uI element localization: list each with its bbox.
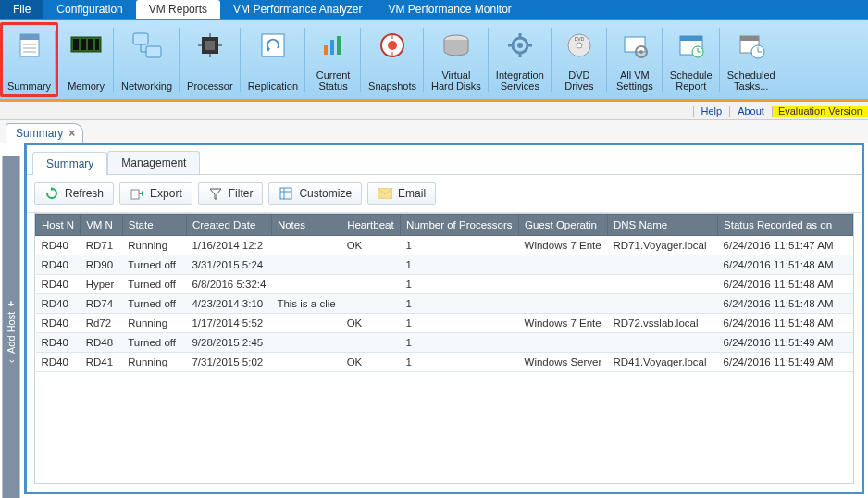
ribbon-networking[interactable]: Networking xyxy=(114,22,180,97)
table-row[interactable]: RD40HyperTurned off6/8/2016 5:32:416/24/… xyxy=(36,275,853,294)
cell-created: 6/8/2016 5:32:4 xyxy=(186,275,271,294)
cell-dns xyxy=(607,275,717,294)
ribbon-summary[interactable]: Summary xyxy=(0,22,58,97)
svg-rect-10 xyxy=(133,33,148,44)
subtab-summary[interactable]: Summary xyxy=(32,152,107,175)
svg-rect-1 xyxy=(20,34,39,40)
svg-rect-22 xyxy=(337,36,341,55)
help-link[interactable]: Help xyxy=(693,106,730,117)
about-link[interactable]: About xyxy=(729,106,772,117)
add-host-sidebar[interactable]: ‹ Add Host + xyxy=(2,156,20,498)
cell-notes xyxy=(271,333,341,353)
svg-point-29 xyxy=(517,43,523,48)
col-created[interactable]: Created Date xyxy=(186,215,271,236)
plus-icon: + xyxy=(8,298,14,309)
table-row[interactable]: RD40RD74Turned off4/23/2014 3:10This is … xyxy=(36,294,853,314)
filter-button[interactable]: Filter xyxy=(198,182,264,205)
cell-procs: 1 xyxy=(401,275,519,294)
svg-point-39 xyxy=(639,50,643,54)
col-dns[interactable]: DNS Name xyxy=(607,215,717,236)
cell-procs: 1 xyxy=(401,314,519,333)
close-icon[interactable]: × xyxy=(68,127,75,140)
export-label: Export xyxy=(150,187,182,200)
customize-icon xyxy=(279,186,293,201)
toolbar: Refresh Export Filter Customize Email xyxy=(27,175,862,213)
cell-vm: Rd72 xyxy=(81,314,123,333)
col-status-time[interactable]: Status Recorded as on xyxy=(718,215,853,236)
email-button[interactable]: Email xyxy=(367,182,436,205)
table-row[interactable]: RD40Rd72Running1/17/2014 5:52OK1Windows … xyxy=(36,314,853,333)
table-row[interactable]: RD40RD48Turned off9/28/2015 2:4516/24/20… xyxy=(36,333,853,353)
cell-status: 6/24/2016 11:51:47 AM xyxy=(718,236,853,255)
disk-icon xyxy=(440,30,472,61)
cell-state: Running xyxy=(122,353,186,372)
customize-button[interactable]: Customize xyxy=(268,182,362,205)
export-icon xyxy=(130,186,144,201)
ribbon: Summary Memory Networking Processor Repl… xyxy=(0,20,868,102)
ribbon-snapshots[interactable]: Snapshots xyxy=(361,22,424,97)
svg-rect-41 xyxy=(680,36,702,41)
ribbon-current-status[interactable]: Current Status xyxy=(305,22,361,97)
svg-rect-21 xyxy=(330,40,334,55)
cell-created: 1/16/2014 12:2 xyxy=(186,236,271,255)
col-state[interactable]: State xyxy=(122,215,186,236)
ribbon-processor[interactable]: Processor xyxy=(180,22,241,97)
cell-state: Turned off xyxy=(122,255,186,275)
cell-procs: 1 xyxy=(401,236,519,255)
svg-point-35 xyxy=(577,43,582,48)
subtab-management[interactable]: Management xyxy=(107,151,200,174)
cell-dns xyxy=(607,255,717,275)
ribbon-all-vm-settings[interactable]: All VM Settings xyxy=(607,22,663,97)
svg-text:DVD: DVD xyxy=(575,36,585,42)
menu-vm-performance-monitor[interactable]: VM Performance Monitor xyxy=(375,0,524,19)
cell-heartbeat: OK xyxy=(341,236,401,255)
filter-icon xyxy=(208,186,223,201)
ribbon-scheduled-tasks[interactable]: Scheduled Tasks... xyxy=(720,22,783,97)
cell-state: Turned off xyxy=(122,294,186,314)
export-button[interactable]: Export xyxy=(119,182,192,205)
col-guest-os[interactable]: Guest Operatin xyxy=(519,215,608,236)
menu-vm-reports[interactable]: VM Reports xyxy=(136,0,220,19)
svg-marker-52 xyxy=(142,191,143,196)
svg-rect-37 xyxy=(625,37,645,52)
svg-rect-7 xyxy=(81,39,86,50)
ribbon-schedule-report[interactable]: Schedule Report xyxy=(663,22,720,97)
cell-guest: Windows 7 Ente xyxy=(519,236,608,255)
col-notes[interactable]: Notes xyxy=(271,215,341,236)
refresh-button[interactable]: Refresh xyxy=(34,182,114,205)
ribbon-dvd-drives[interactable]: DVD DVD Drives xyxy=(552,22,607,97)
cell-dns xyxy=(607,294,717,314)
table-row[interactable]: RD40RD41Running7/31/2015 5:02OK1Windows … xyxy=(36,353,853,372)
table-row[interactable]: RD40RD71Running1/16/2014 12:2OK1Windows … xyxy=(36,236,853,255)
subtab-strip: Summary Management xyxy=(27,145,862,175)
cell-state: Running xyxy=(122,236,186,255)
data-grid[interactable]: Host N VM N State Created Date Notes Hea… xyxy=(34,213,854,484)
col-host[interactable]: Host N xyxy=(36,215,81,236)
tab-strip: Summary × xyxy=(0,120,868,143)
menu-vm-performance-analyzer[interactable]: VM Performance Analyzer xyxy=(220,0,375,19)
tab-summary[interactable]: Summary × xyxy=(6,123,83,143)
menu-file[interactable]: File xyxy=(0,0,43,19)
cell-host: RD40 xyxy=(36,333,81,353)
ribbon-memory[interactable]: Memory xyxy=(58,22,114,97)
col-heartbeat[interactable]: Heartbeat xyxy=(341,215,401,236)
cell-vm: RD90 xyxy=(81,255,123,275)
col-vm[interactable]: VM N xyxy=(81,215,123,236)
table-row[interactable]: RD40RD90Turned off3/31/2015 5:2416/24/20… xyxy=(36,255,853,275)
ribbon-replication[interactable]: Replication xyxy=(241,22,305,97)
ribbon-summary-label: Summary xyxy=(7,81,51,92)
ribbon-virtual-hard-disks[interactable]: Virtual Hard Disks xyxy=(424,22,489,97)
cell-procs: 1 xyxy=(401,255,519,275)
add-host-label: Add Host xyxy=(6,312,17,354)
ribbon-current-status-label: Current Status xyxy=(316,69,351,92)
replication-icon xyxy=(257,30,289,61)
svg-rect-9 xyxy=(95,39,99,50)
cell-status: 6/24/2016 11:51:48 AM xyxy=(718,275,853,294)
menu-bar: File Configuration VM Reports VM Perform… xyxy=(0,0,868,20)
cell-notes xyxy=(271,314,341,333)
cell-host: RD40 xyxy=(36,275,81,294)
menu-configuration[interactable]: Configuration xyxy=(43,0,135,19)
ribbon-integration-services[interactable]: Integration Services xyxy=(489,22,552,97)
col-processors[interactable]: Number of Processors xyxy=(401,215,519,236)
cell-notes xyxy=(271,255,341,275)
